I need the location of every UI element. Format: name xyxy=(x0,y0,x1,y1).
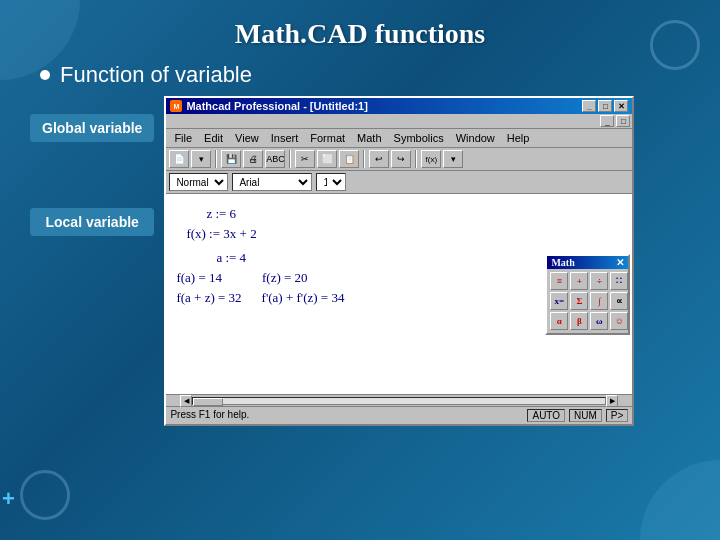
scrollbar-track-h[interactable] xyxy=(192,397,606,405)
window-titlebar: M Mathcad Professional - [Untitled:1] _ … xyxy=(166,98,632,114)
style-select[interactable]: Normal xyxy=(169,173,228,191)
status-bar: Press F1 for help. AUTO NUM P> xyxy=(166,406,632,424)
mathcad-window: M Mathcad Professional - [Untitled:1] _ … xyxy=(164,96,634,426)
mdi-restore-button[interactable]: □ xyxy=(616,115,630,127)
math-btn-1[interactable]: ≡ xyxy=(550,272,568,290)
toolbar-undo[interactable]: ↩ xyxy=(369,150,389,168)
math-panel-close[interactable]: ✕ xyxy=(616,257,624,268)
format-bar: Normal Arial 10 xyxy=(166,171,632,194)
math-line-5a: f(a + z) = 32 xyxy=(176,290,241,306)
menu-bar: File Edit View Insert Format Math Symbol… xyxy=(166,129,632,148)
math-btn-9[interactable]: α xyxy=(550,312,568,330)
status-page: P> xyxy=(606,409,629,422)
math-panel: Math ✕ ≡ + ÷ ∷ x= Σ ∫ ∝ α β ω ☺ xyxy=(545,254,630,335)
math-btn-11[interactable]: ω xyxy=(590,312,608,330)
toolbar-cut[interactable]: ✂ xyxy=(295,150,315,168)
toolbar-spell[interactable]: ABC xyxy=(265,150,285,168)
menu-help[interactable]: Help xyxy=(501,131,536,145)
close-button[interactable]: ✕ xyxy=(614,100,628,112)
math-btn-4[interactable]: ∷ xyxy=(610,272,628,290)
mdi-controls[interactable]: _ □ xyxy=(600,115,630,127)
math-btn-5[interactable]: x= xyxy=(550,292,568,310)
toolbar-sep-4 xyxy=(415,150,417,168)
menu-view[interactable]: View xyxy=(229,131,265,145)
math-line-4a: f(a) = 14 xyxy=(176,270,222,286)
toolbar-copy[interactable]: ⬜ xyxy=(317,150,337,168)
toolbar-dropdown[interactable]: ▾ xyxy=(191,150,211,168)
bullet-text: Function of variable xyxy=(60,62,252,88)
maximize-button[interactable]: □ xyxy=(598,100,612,112)
scroll-right[interactable]: ▶ xyxy=(606,395,618,407)
math-line-4b: f(z) = 20 xyxy=(262,270,308,286)
toolbar-func[interactable]: f(x) xyxy=(421,150,441,168)
window-title: Mathcad Professional - [Untitled:1] xyxy=(186,100,368,112)
math-btn-8[interactable]: ∝ xyxy=(610,292,628,310)
math-btn-10[interactable]: β xyxy=(570,312,588,330)
math-panel-body: ≡ + ÷ ∷ x= Σ ∫ ∝ α β ω ☺ xyxy=(547,269,628,333)
titlebar-left: M Mathcad Professional - [Untitled:1] xyxy=(170,100,368,112)
status-help: Press F1 for help. xyxy=(170,409,249,422)
status-num: NUM xyxy=(569,409,602,422)
scrollbar-thumb-h[interactable] xyxy=(193,398,223,406)
cursor-plus: + xyxy=(2,486,15,512)
math-btn-3[interactable]: ÷ xyxy=(590,272,608,290)
window-controls[interactable]: _ □ ✕ xyxy=(582,100,628,112)
toolbar-paste[interactable]: 📋 xyxy=(339,150,359,168)
mdi-minimize-button[interactable]: _ xyxy=(600,115,614,127)
toolbar-print[interactable]: 🖨 xyxy=(243,150,263,168)
local-variable-label: Local variable xyxy=(30,208,154,236)
math-btn-6[interactable]: Σ xyxy=(570,292,588,310)
toolbar-sep-1 xyxy=(215,150,217,168)
math-btn-12[interactable]: ☺ xyxy=(610,312,628,330)
scroll-left[interactable]: ◀ xyxy=(180,395,192,407)
math-btn-2[interactable]: + xyxy=(570,272,588,290)
document-body[interactable]: Math ✕ ≡ + ÷ ∷ x= Σ ∫ ∝ α β ω ☺ xyxy=(166,194,632,394)
horizontal-scrollbar[interactable]: ◀ ▶ xyxy=(166,394,632,406)
bullet-dot xyxy=(40,70,50,80)
toolbar-sep-2 xyxy=(289,150,291,168)
size-select[interactable]: 10 xyxy=(316,173,346,191)
status-auto: AUTO xyxy=(527,409,565,422)
menu-window[interactable]: Window xyxy=(450,131,501,145)
math-line-5b: f'(a) + f'(z) = 34 xyxy=(262,290,345,306)
toolbar-save[interactable]: 💾 xyxy=(221,150,241,168)
math-line-2: f(x) := 3x + 2 xyxy=(186,226,622,242)
minimize-button[interactable]: _ xyxy=(582,100,596,112)
toolbar-more[interactable]: ▾ xyxy=(443,150,463,168)
menu-math[interactable]: Math xyxy=(351,131,387,145)
menu-symbolics[interactable]: Symbolics xyxy=(388,131,450,145)
math-btn-7[interactable]: ∫ xyxy=(590,292,608,310)
app-icon: M xyxy=(170,100,182,112)
bullet-point: Function of variable xyxy=(0,50,720,96)
math-panel-titlebar: Math ✕ xyxy=(547,256,628,269)
math-line-1: z := 6 xyxy=(206,206,622,222)
math-panel-title-text: Math xyxy=(551,257,574,268)
toolbar-new[interactable]: 📄 xyxy=(169,150,189,168)
menu-file[interactable]: File xyxy=(168,131,198,145)
slide-title: Math.CAD functions xyxy=(0,0,720,50)
main-content: Global variable Local variable M Mathcad… xyxy=(0,96,720,426)
labels-column: Global variable Local variable xyxy=(30,114,154,426)
toolbar-sep-3 xyxy=(363,150,365,168)
menu-edit[interactable]: Edit xyxy=(198,131,229,145)
global-variable-label: Global variable xyxy=(30,114,154,142)
toolbar: 📄 ▾ 💾 🖨 ABC ✂ ⬜ 📋 ↩ ↪ f(x) ▾ xyxy=(166,148,632,171)
toolbar-redo[interactable]: ↪ xyxy=(391,150,411,168)
status-panels: AUTO NUM P> xyxy=(527,409,628,422)
menu-format[interactable]: Format xyxy=(304,131,351,145)
font-select[interactable]: Arial xyxy=(232,173,312,191)
menu-insert[interactable]: Insert xyxy=(265,131,305,145)
